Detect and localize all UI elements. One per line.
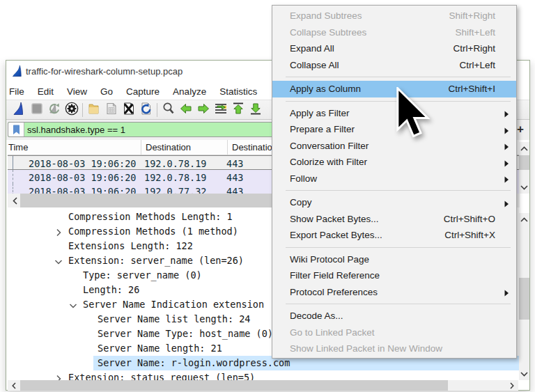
menu-item-copy[interactable]: Copy: [272, 194, 516, 211]
menu-item-expand-subtrees[interactable]: Expand SubtreesShift+Right: [272, 8, 516, 24]
go-to-top-button[interactable]: [229, 102, 247, 118]
menu-item-apply-as-filter[interactable]: Apply as Filter: [272, 105, 516, 122]
menu-item-wiki-protocol-page[interactable]: Wiki Protocol Page: [272, 251, 516, 268]
detail-text: Extensions Length: 122: [68, 240, 193, 251]
stop-capture-button[interactable]: [28, 102, 45, 118]
menu-item-collapse-subtrees[interactable]: Collapse SubtreesShift+Left: [272, 24, 516, 41]
vscroll-thumb[interactable]: [519, 155, 529, 170]
scroll-left-icon[interactable]: [9, 194, 20, 207]
save-file-button[interactable]: [102, 102, 120, 118]
start-capture-button[interactable]: [10, 102, 28, 118]
vscroll-thumb[interactable]: [519, 278, 529, 320]
packet-destination-cell: 192.0.78.19: [144, 158, 206, 169]
collapsed-arrow-icon[interactable]: [54, 228, 63, 236]
scroll-up-icon[interactable]: [519, 214, 529, 224]
menu-separator: [286, 190, 511, 191]
submenu-arrow-icon: [503, 142, 510, 149]
go-to-packet-button[interactable]: [212, 102, 229, 118]
packet-destination-cell: 192.0.78.19: [144, 172, 206, 183]
menu-item-export-packet-bytes[interactable]: Export Packet Bytes...Ctrl+Shift+X: [272, 227, 516, 244]
packet-list-vscrollbar[interactable]: [519, 142, 529, 194]
menubar-item-view[interactable]: View: [61, 84, 94, 99]
packet-time-cell: 2018-08-03 19:06:20: [29, 158, 136, 169]
menu-item-follow[interactable]: Follow: [272, 171, 516, 187]
menu-separator: [286, 77, 511, 77]
menu-item-shortcut: Ctrl+Shift+O: [444, 214, 495, 224]
toolbar-separator: [157, 103, 157, 117]
menu-item-shortcut: Ctrl+Left: [460, 60, 495, 70]
column-header-destination[interactable]: Destination: [141, 140, 228, 155]
menu-item-label: Export Packet Bytes...: [290, 230, 382, 240]
go-forward-button[interactable]: [194, 102, 212, 118]
menu-item-shortcut: Ctrl+Shift+X: [444, 230, 495, 240]
reload-file-button[interactable]: [137, 102, 155, 118]
open-file-button[interactable]: [85, 102, 102, 118]
filter-bookmark-button[interactable]: [8, 123, 24, 136]
details-hscrollbar[interactable]: [8, 380, 518, 391]
scroll-up-icon[interactable]: [519, 143, 529, 153]
menu-item-show-packet-bytes[interactable]: Show Packet Bytes...Ctrl+Shift+O: [272, 211, 516, 228]
capture-options-button[interactable]: [63, 102, 80, 118]
menu-item-label: Follow: [290, 173, 317, 184]
expanded-arrow-icon[interactable]: [69, 301, 77, 309]
submenu-arrow-icon: [503, 126, 510, 133]
related-packet-line: [13, 156, 13, 169]
menubar-item-capture[interactable]: Capture: [120, 84, 166, 99]
capture-options-icon: [64, 101, 79, 119]
menu-item-filter-field-reference[interactable]: Filter Field Reference: [272, 267, 516, 284]
restart-capture-button[interactable]: [45, 102, 63, 118]
submenu-arrow-icon: [503, 199, 510, 206]
menu-item-go-to-linked-packet[interactable]: Go to Linked Packet: [272, 324, 516, 341]
menu-item-label: Collapse Subtrees: [290, 27, 366, 38]
scroll-down-icon[interactable]: [519, 369, 529, 379]
hscroll-thumb[interactable]: [20, 380, 448, 391]
menu-item-apply-as-column[interactable]: Apply as ColumnCtrl+Shift+I: [272, 81, 516, 97]
menubar-item-analyze[interactable]: Analyze: [166, 84, 213, 99]
menu-item-label: Show Linked Packet in New Window: [290, 343, 442, 354]
go-to-bottom-button[interactable]: [247, 102, 264, 118]
mouse-cursor-icon: [396, 87, 433, 142]
menu-item-colorize-with-filter[interactable]: Colorize with Filter: [272, 154, 516, 171]
menu-item-prepare-a-filter[interactable]: Prepare a Filter: [272, 121, 516, 138]
expanded-arrow-icon[interactable]: [54, 257, 63, 265]
scroll-right-icon[interactable]: [507, 380, 517, 391]
menu-separator: [286, 304, 511, 304]
column-header-time[interactable]: Time: [8, 140, 141, 155]
menubar-item-statistics[interactable]: Statistics: [213, 84, 264, 99]
menu-item-label: Conversation Filter: [290, 141, 369, 151]
menubar-item-go[interactable]: Go: [94, 84, 120, 99]
detail-text: Server Name Type: host_name (0): [98, 328, 273, 339]
menu-item-label: Apply as Column: [290, 84, 361, 94]
detail-text: Server Name length: 21: [98, 343, 222, 354]
scroll-down-icon[interactable]: [519, 182, 529, 192]
packet-port-cell: 443: [226, 186, 243, 194]
close-file-button[interactable]: [120, 102, 137, 118]
menu-item-label: Decode As...: [290, 311, 343, 321]
menubar-item-file[interactable]: File: [6, 84, 31, 99]
menu-item-show-linked-packet-in-new-window[interactable]: Show Linked Packet in New Window: [272, 340, 516, 357]
submenu-arrow-icon: [503, 288, 510, 295]
related-packet-line: [13, 170, 13, 185]
menu-item-label: Expand All: [290, 43, 334, 54]
menu-item-expand-all[interactable]: Expand AllCtrl+Right: [272, 40, 516, 57]
save-file-icon: [104, 101, 119, 119]
find-packet-button[interactable]: [160, 102, 177, 118]
menu-item-decode-as[interactable]: Decode As...: [272, 308, 516, 324]
menu-item-conversation-filter[interactable]: Conversation Filter: [272, 138, 516, 155]
menu-item-collapse-all[interactable]: Collapse AllCtrl+Left: [272, 57, 516, 74]
detail-row-12[interactable]: Extension: status_request (len=5): [8, 370, 520, 381]
go-to-packet-icon: [213, 101, 228, 119]
related-packet-line: [13, 184, 13, 194]
details-vscrollbar[interactable]: [519, 213, 529, 380]
go-back-button[interactable]: [177, 102, 194, 118]
menu-item-shortcut: Ctrl+Shift+I: [448, 84, 495, 94]
menu-item-shortcut: Ctrl+Right: [453, 43, 495, 54]
menu-item-protocol-preferences[interactable]: Protocol Preferences: [272, 284, 516, 301]
submenu-arrow-icon: [503, 175, 510, 182]
scroll-left-icon[interactable]: [9, 380, 19, 391]
go-forward-icon: [196, 101, 211, 119]
menubar-item-edit[interactable]: Edit: [31, 84, 60, 99]
close-file-icon: [121, 101, 137, 119]
submenu-arrow-icon: [503, 109, 510, 116]
go-to-top-icon: [231, 101, 246, 119]
